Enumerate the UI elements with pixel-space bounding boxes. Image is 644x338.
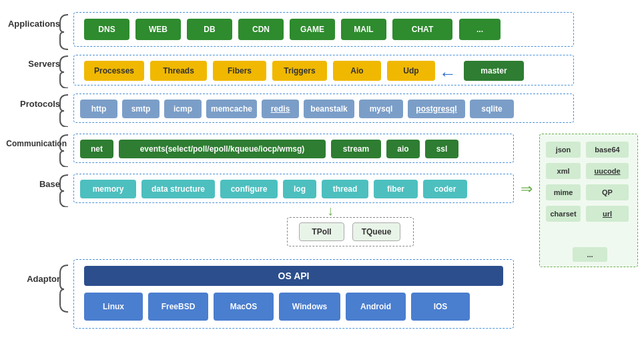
comm-aio[interactable]: aio [386,140,420,158]
coder-url[interactable]: url [586,206,629,222]
server-aio[interactable]: Aio [333,61,381,81]
app-game[interactable]: GAME [290,19,335,40]
platform-macos[interactable]: MacOS [214,293,274,321]
proto-mysql[interactable]: mysql [359,100,403,118]
app-more[interactable]: ... [459,19,501,40]
label-applications: Applications [0,19,60,29]
brace-base [59,174,71,207]
server-fibers[interactable]: Fibers [213,61,266,81]
coder-charset[interactable]: charset [546,206,581,222]
brace-protocols [59,94,71,127]
server-udp[interactable]: Udp [387,61,435,81]
platform-ios[interactable]: IOS [411,293,470,321]
coder-json[interactable]: json [546,142,581,158]
label-adaptor: Adaptor [0,274,60,284]
base-configure[interactable]: configure [220,180,278,198]
platform-linux[interactable]: Linux [84,293,143,321]
brace-applications [59,13,71,50]
comm-net[interactable]: net [80,140,113,158]
proto-beanstalk[interactable]: beanstalk [304,100,354,118]
coder-uucode[interactable]: uucode [586,163,629,179]
base-coder[interactable]: coder [423,180,467,198]
proto-sqlite[interactable]: sqlite [470,100,514,118]
server-triggers[interactable]: Triggers [272,61,327,81]
label-base: Base [0,179,60,189]
architecture-diagram: Applications DNS WEB DB CDN GAME MAIL CH… [0,0,644,338]
label-servers: Servers [0,59,60,69]
arrow-base-to-tpoll: ↓ [327,203,334,218]
base-log[interactable]: log [283,180,316,198]
tqueue-item[interactable]: TQueue [352,222,400,241]
base-memory[interactable]: memory [80,180,136,198]
brace-servers [59,55,71,88]
app-db[interactable]: DB [187,19,232,40]
proto-http[interactable]: http [80,100,117,118]
coder-mime[interactable]: mime [546,184,581,200]
app-cdn[interactable]: CDN [238,19,284,40]
base-data-structure[interactable]: data structure [141,180,215,198]
coder-xml[interactable]: xml [546,163,581,179]
brace-communication [59,134,71,167]
brace-adaptor [59,264,71,314]
platform-freebsd[interactable]: FreeBSD [148,293,208,321]
proto-memcache[interactable]: memcache [206,100,257,118]
app-mail[interactable]: MAIL [341,19,386,40]
proto-redis[interactable]: redis [262,100,299,118]
os-api-bar[interactable]: OS API [84,266,503,286]
proto-icmp[interactable]: icmp [164,100,202,118]
arrow-to-coder-panel: ⇒ [521,180,533,198]
coder-base64[interactable]: base64 [586,142,629,158]
platform-android[interactable]: Android [346,293,406,321]
comm-stream[interactable]: stream [331,140,381,158]
platform-windows[interactable]: Windows [279,293,340,321]
label-protocols: Protocols [0,99,60,109]
app-web[interactable]: WEB [135,19,181,40]
server-processes[interactable]: Processes [84,61,144,81]
coder-more[interactable]: ... [573,247,607,262]
base-thread[interactable]: thread [322,180,368,198]
arrow-to-master: ← [439,63,456,84]
proto-postgresql[interactable]: postgresql [408,100,465,118]
label-communication: Communication [0,139,67,148]
comm-ssl[interactable]: ssl [425,140,458,158]
app-chat[interactable]: CHAT [392,19,452,40]
proto-smtp[interactable]: smtp [122,100,159,118]
server-threads[interactable]: Threads [150,61,207,81]
tpoll-item[interactable]: TPoll [299,222,344,241]
app-dns[interactable]: DNS [84,19,129,40]
base-fiber[interactable]: fiber [374,180,418,198]
coder-qp[interactable]: QP [586,184,629,200]
server-master[interactable]: master [464,61,524,81]
comm-events[interactable]: events(select/poll/epoll/kqueue/iocp/wms… [119,140,326,158]
